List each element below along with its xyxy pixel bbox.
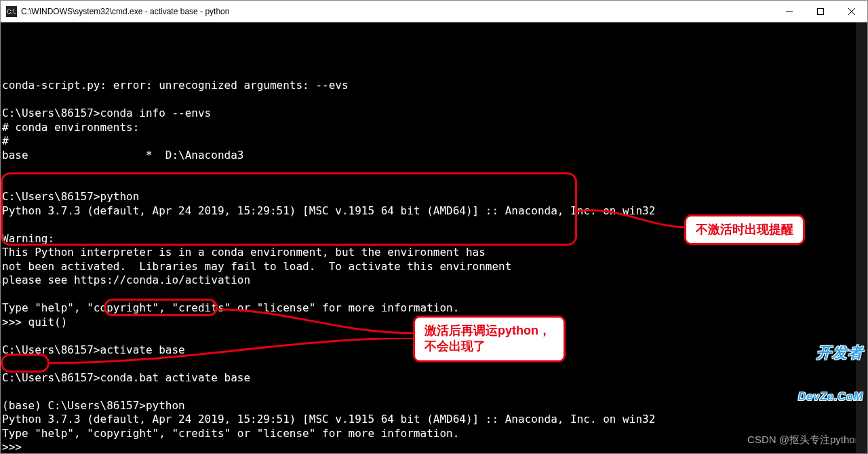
- logo-line1: 开发者: [798, 345, 863, 360]
- minimize-button[interactable]: [774, 1, 805, 22]
- logo-line2: DevZe.CoM: [798, 392, 863, 403]
- window-title: C:\WINDOWS\system32\cmd.exe - activate b…: [21, 7, 774, 16]
- window-controls: [774, 1, 867, 22]
- cmd-icon: C:\.: [6, 6, 17, 17]
- callout-after-activate: 激活后再调运python，不会出现了: [413, 316, 566, 362]
- site-logo: 开发者 DevZe.CoM: [798, 314, 863, 434]
- watermark-text: CSDN @抠头专注python: [747, 433, 861, 447]
- titlebar[interactable]: C:\. C:\WINDOWS\system32\cmd.exe - activ…: [1, 1, 867, 22]
- svg-rect-1: [818, 8, 824, 14]
- callout-not-activated: 不激活时出现提醒: [684, 214, 805, 245]
- cmd-window: C:\. C:\WINDOWS\system32\cmd.exe - activ…: [0, 0, 868, 454]
- close-button[interactable]: [836, 1, 867, 22]
- maximize-button[interactable]: [805, 1, 836, 22]
- terminal-output: conda-script.py: error: unrecognized arg…: [2, 79, 866, 453]
- terminal-area[interactable]: conda-script.py: error: unrecognized arg…: [1, 22, 867, 453]
